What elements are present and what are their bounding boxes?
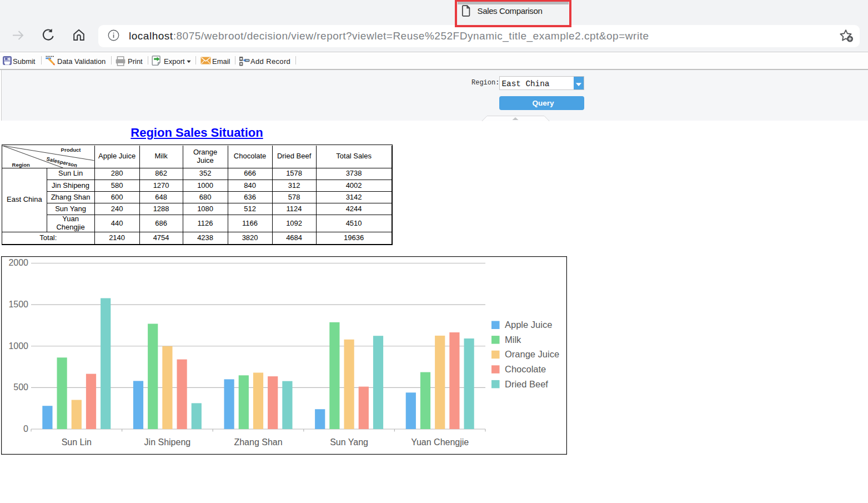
svg-text:Jin Shipeng: Jin Shipeng (144, 437, 191, 446)
svg-text:500: 500 (13, 382, 28, 392)
svg-text:Yuan Chengjie: Yuan Chengjie (411, 437, 469, 446)
svg-text:Dried Beef: Dried Beef (505, 379, 548, 389)
svg-text:Zhang Shan: Zhang Shan (234, 437, 282, 446)
svg-text:Orange Juice: Orange Juice (505, 349, 559, 359)
svg-text:Sun Lin: Sun Lin (62, 437, 92, 446)
svg-text:1500: 1500 (8, 300, 28, 309)
svg-text:0: 0 (23, 424, 28, 433)
svg-text:Chocolate: Chocolate (505, 364, 546, 374)
svg-text:1000: 1000 (8, 341, 28, 350)
svg-text:2000: 2000 (8, 258, 28, 267)
svg-text:Sun Yang: Sun Yang (330, 437, 368, 446)
svg-text:Milk: Milk (505, 334, 521, 344)
svg-text:Apple Juice: Apple Juice (505, 320, 552, 330)
